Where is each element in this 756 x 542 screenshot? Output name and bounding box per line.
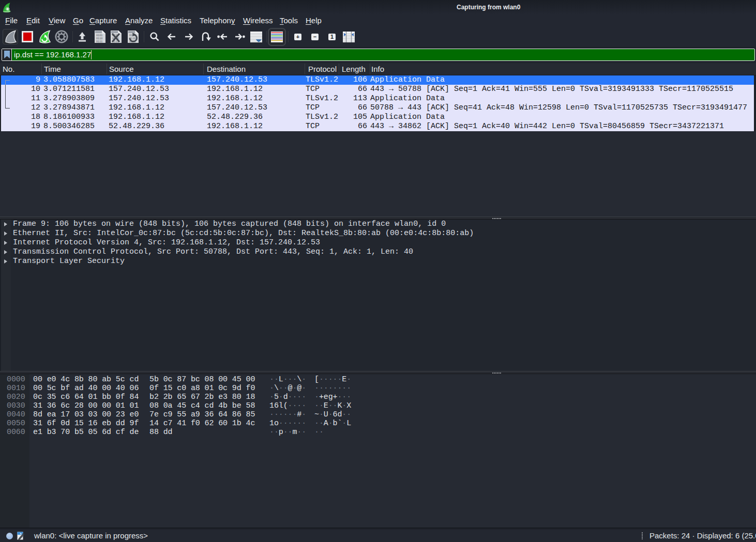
svg-text:0111: 0111 [96, 40, 102, 43]
